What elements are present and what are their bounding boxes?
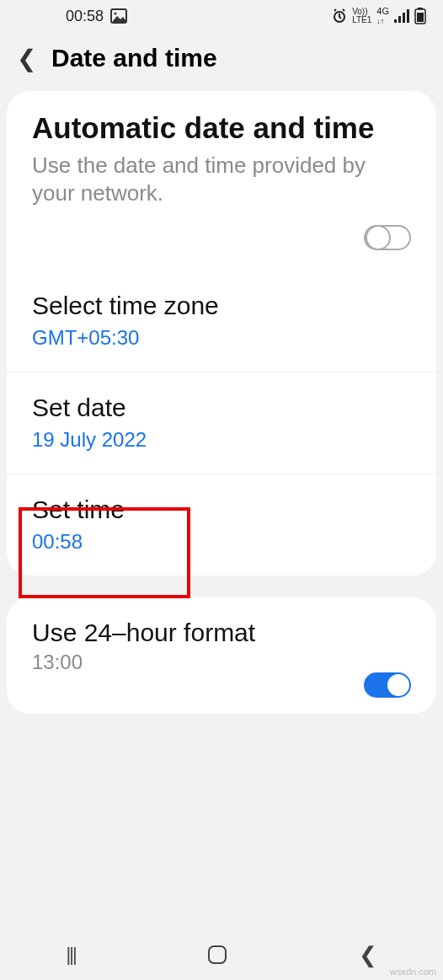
time-label: Set time [32, 495, 411, 525]
settings-card-format: Use 24–hour format 13:00 [7, 597, 436, 714]
nav-recent[interactable]: ||| [66, 944, 75, 966]
date-value: 19 July 2022 [32, 428, 411, 452]
auto-subtitle: Use the date and time provided by your n… [32, 152, 411, 206]
row-24h-format[interactable]: Use 24–hour format 13:00 [7, 597, 436, 714]
auto-toggle[interactable] [364, 225, 411, 250]
svg-rect-9 [417, 13, 424, 22]
settings-card-main: Automatic date and time Use the date and… [7, 91, 436, 576]
format-label: Use 24–hour format [32, 618, 411, 648]
nav-home[interactable] [208, 945, 227, 964]
alarm-icon [332, 8, 347, 24]
auto-title: Automatic date and time [32, 111, 411, 145]
status-left: 00:58 [66, 8, 127, 25]
battery-icon [414, 8, 426, 24]
back-icon[interactable]: ❮ [17, 45, 36, 72]
status-right: Vo))LTE1 4G↓↑ [332, 7, 426, 25]
svg-rect-3 [394, 19, 397, 23]
row-select-timezone[interactable]: Select time zone GMT+05:30 [7, 270, 436, 372]
image-icon [110, 8, 127, 24]
svg-rect-5 [403, 13, 405, 23]
timezone-label: Select time zone [32, 291, 411, 321]
format-sub: 13:00 [32, 650, 411, 675]
svg-point-1 [115, 13, 117, 15]
auto-toggle-wrap [7, 213, 436, 270]
time-value: 00:58 [32, 530, 411, 554]
format-toggle[interactable] [364, 672, 411, 698]
network-indicator: 4G↓↑ [376, 7, 389, 25]
svg-rect-6 [407, 9, 409, 23]
date-label: Set date [32, 393, 411, 423]
row-set-date[interactable]: Set date 19 July 2022 [7, 372, 436, 474]
svg-rect-4 [398, 16, 401, 23]
signal-icon [394, 9, 409, 23]
status-time: 00:58 [66, 8, 104, 25]
nav-bar: ||| ❮ [0, 929, 443, 980]
page-header: ❮ Date and time [0, 29, 443, 91]
row-set-time[interactable]: Set time 00:58 [7, 474, 436, 576]
timezone-value: GMT+05:30 [32, 326, 411, 350]
watermark: wsxdn.com [390, 967, 436, 977]
volte-indicator: Vo))LTE1 [352, 8, 371, 24]
row-automatic-date-time[interactable]: Automatic date and time Use the date and… [7, 91, 436, 213]
nav-back[interactable]: ❮ [359, 942, 377, 968]
page-title: Date and time [51, 44, 217, 72]
status-bar: 00:58 Vo))LTE1 4G↓↑ [0, 0, 443, 29]
